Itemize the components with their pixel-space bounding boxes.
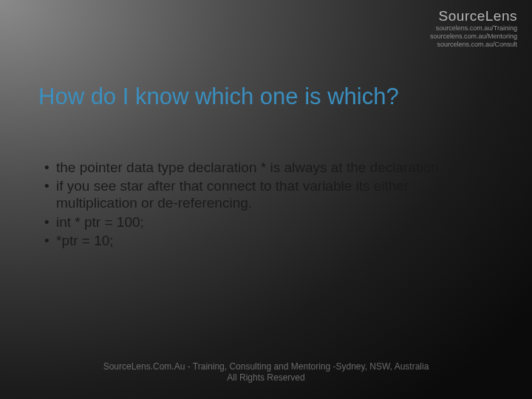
slide-title: How do I know which one is which? — [38, 83, 399, 110]
slide-footer: SourceLens.Com.Au - Training, Consulting… — [0, 361, 532, 384]
watermark-line-3: sourcelens.com.au/Consult — [430, 41, 517, 49]
bullet-item: *ptr = 10; — [44, 232, 488, 249]
bullet-item: the pointer data type declaration * is a… — [44, 159, 488, 176]
bullet-list: the pointer data type declaration * is a… — [44, 159, 488, 249]
slide: SourceLens sourcelens.com.au/Training so… — [0, 0, 532, 399]
watermark-line-1: sourcelens.com.au/Training — [430, 25, 517, 33]
watermark-block: SourceLens sourcelens.com.au/Training so… — [430, 9, 517, 49]
bullet-item: int * ptr = 100; — [44, 214, 488, 231]
watermark-brand: SourceLens — [430, 9, 517, 24]
footer-line-1: SourceLens.Com.Au - Training, Consulting… — [0, 361, 532, 373]
footer-line-2: All Rights Reserved — [0, 372, 532, 384]
slide-body: the pointer data type declaration * is a… — [44, 159, 488, 250]
bullet-item: if you see star after that connect to th… — [44, 177, 488, 211]
watermark-line-2: sourcelens.com.au/Mentoring — [430, 33, 517, 41]
